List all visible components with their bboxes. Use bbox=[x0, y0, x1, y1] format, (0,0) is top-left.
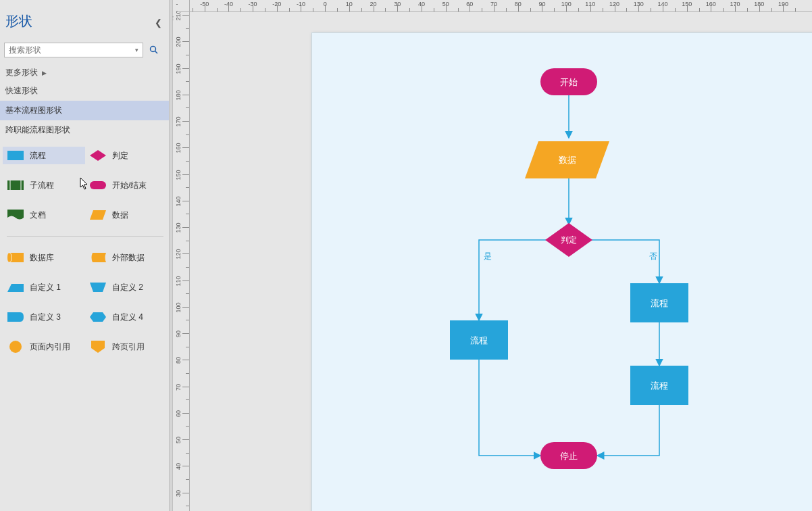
svg-text:停止: 停止 bbox=[560, 451, 578, 461]
svg-point-7 bbox=[9, 341, 22, 353]
node-process-right-2[interactable]: 流程 bbox=[630, 366, 688, 405]
shape-item-onpage[interactable]: 页面内引用 bbox=[3, 338, 85, 356]
document-icon bbox=[7, 209, 24, 221]
shape-item-custom4[interactable]: 自定义 4 bbox=[85, 308, 168, 326]
shape-category[interactable]: 跨职能流程图形状 bbox=[0, 120, 169, 140]
node-decision[interactable]: 判定 bbox=[545, 223, 592, 257]
svg-text:开始: 开始 bbox=[560, 77, 578, 87]
node-start[interactable]: 开始 bbox=[540, 68, 597, 95]
shape-item-extdata[interactable]: 外部数据 bbox=[85, 249, 168, 266]
shape-item-database[interactable]: 数据库 bbox=[3, 249, 85, 266]
custom3-icon bbox=[7, 311, 24, 323]
shape-label: 跨页引用 bbox=[112, 341, 145, 353]
more-shapes-button[interactable]: 更多形状 ▶ bbox=[0, 63, 169, 82]
svg-rect-2 bbox=[7, 151, 24, 160]
shapes-sidebar: 形状 ❮ ▾ 更多形状 ▶ 快速形状 基本流程图形状跨职能流程图形状 流程判定子… bbox=[0, 0, 169, 511]
search-icon[interactable] bbox=[147, 43, 161, 57]
branch-no-label: 否 bbox=[649, 251, 657, 261]
custom2-icon bbox=[89, 281, 107, 293]
svg-point-0 bbox=[151, 47, 156, 52]
ruler-corner bbox=[178, 0, 190, 12]
shape-label: 流程 bbox=[30, 150, 46, 162]
custom4-icon bbox=[89, 311, 107, 323]
connector[interactable] bbox=[479, 360, 540, 456]
node-data[interactable]: 数据 bbox=[525, 141, 609, 178]
shape-label: 自定义 1 bbox=[30, 282, 61, 293]
shape-item-document[interactable]: 文档 bbox=[3, 206, 85, 224]
shape-item-custom1[interactable]: 自定义 1 bbox=[3, 278, 85, 296]
svg-text:流程: 流程 bbox=[651, 298, 668, 308]
database-icon bbox=[7, 251, 24, 264]
onpage-icon bbox=[7, 341, 24, 353]
shape-label: 文档 bbox=[30, 210, 46, 221]
branch-yes-label: 是 bbox=[484, 251, 492, 261]
shape-label: 开始/结束 bbox=[112, 180, 147, 191]
custom1-icon bbox=[7, 281, 24, 293]
shape-label: 自定义 4 bbox=[112, 312, 143, 323]
sidebar-resize-handle[interactable]: ⋮ bbox=[169, 0, 173, 511]
horizontal-ruler[interactable]: -60-50-40-30-20-100102030405060708090100… bbox=[178, 0, 812, 12]
svg-rect-6 bbox=[90, 181, 106, 189]
shape-item-process[interactable]: 流程 bbox=[3, 147, 85, 164]
shape-label: 自定义 3 bbox=[30, 312, 61, 323]
shape-item-custom2[interactable]: 自定义 2 bbox=[85, 278, 168, 296]
chevron-right-icon: ▶ bbox=[42, 70, 47, 76]
drawing-page[interactable]: 开始 数据 判定 是 否 流程 流程 bbox=[311, 32, 812, 511]
svg-text:判定: 判定 bbox=[561, 235, 577, 245]
shape-item-subprocess[interactable]: 子流程 bbox=[3, 176, 85, 194]
shape-divider bbox=[7, 236, 163, 237]
shape-label: 数据 bbox=[112, 210, 128, 221]
data-icon bbox=[89, 209, 107, 221]
decision-icon bbox=[89, 149, 107, 162]
sidebar-title: 形状 bbox=[0, 0, 169, 37]
node-process-right-1[interactable]: 流程 bbox=[630, 283, 688, 322]
vertical-ruler[interactable]: 2102001901801701601501401301201101009080… bbox=[178, 12, 190, 511]
quick-shapes-button[interactable]: 快速形状 bbox=[0, 82, 169, 101]
collapse-sidebar-button[interactable]: ❮ bbox=[155, 18, 162, 28]
connector[interactable] bbox=[597, 405, 659, 456]
connector-no[interactable] bbox=[586, 240, 659, 283]
shape-label: 子流程 bbox=[30, 180, 54, 191]
search-shapes-input[interactable] bbox=[4, 43, 143, 57]
offpage-icon bbox=[89, 341, 107, 353]
more-shapes-label: 更多形状 bbox=[5, 67, 38, 78]
shape-label: 判定 bbox=[112, 150, 128, 162]
terminator-icon bbox=[89, 179, 107, 191]
svg-line-1 bbox=[155, 51, 158, 54]
search-row: ▾ bbox=[4, 43, 165, 57]
shape-item-terminator[interactable]: 开始/结束 bbox=[85, 176, 168, 194]
node-stop[interactable]: 停止 bbox=[540, 442, 597, 469]
shape-label: 页面内引用 bbox=[30, 341, 70, 353]
subprocess-icon bbox=[7, 179, 24, 191]
shape-label: 外部数据 bbox=[112, 252, 145, 264]
search-dropdown-icon[interactable]: ▾ bbox=[132, 47, 141, 53]
shape-label: 数据库 bbox=[30, 252, 54, 264]
shape-item-custom3[interactable]: 自定义 3 bbox=[3, 308, 85, 326]
shape-item-decision[interactable]: 判定 bbox=[85, 147, 168, 164]
shape-category[interactable]: 基本流程图形状 bbox=[0, 101, 169, 120]
extdata-icon bbox=[89, 251, 107, 264]
shape-item-data[interactable]: 数据 bbox=[85, 206, 168, 224]
process-icon bbox=[7, 149, 24, 162]
svg-text:流程: 流程 bbox=[470, 335, 488, 345]
node-process-left[interactable]: 流程 bbox=[450, 320, 508, 360]
flowchart-svg: 开始 数据 判定 是 否 流程 流程 bbox=[312, 33, 812, 511]
shape-label: 自定义 2 bbox=[112, 282, 143, 293]
svg-text:数据: 数据 bbox=[559, 155, 576, 165]
shape-item-offpage[interactable]: 跨页引用 bbox=[85, 338, 168, 356]
canvas-area[interactable]: 开始 数据 判定 是 否 流程 流程 bbox=[190, 12, 812, 511]
svg-text:流程: 流程 bbox=[651, 381, 668, 391]
